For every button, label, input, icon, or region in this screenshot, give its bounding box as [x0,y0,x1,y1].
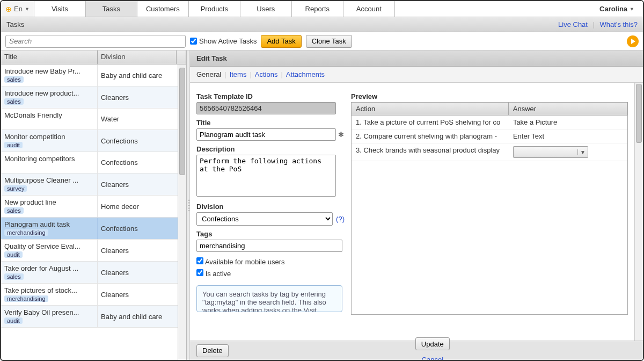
scrollbar-thumb[interactable] [636,84,642,143]
label-preview: Preview [351,92,628,100]
task-title: Monitor competition [4,133,94,141]
separator: | [281,70,282,78]
task-row[interactable]: New product linesalesHome decor [1,196,186,218]
nav-tab-products[interactable]: Products [189,1,240,17]
task-tag: sales [4,273,24,280]
show-active-input[interactable] [190,38,197,45]
page-title: Tasks [6,20,24,28]
cancel-link[interactable]: Cancel [422,356,443,361]
preview-row: 1. Take a picture of current PoS shelvin… [352,115,627,129]
preview-answer: Take a Picture [509,115,627,129]
task-row[interactable]: Monitor competitionauditConfections [1,130,186,152]
subtab-actions[interactable]: Actions [255,70,278,78]
task-tag: sales [4,207,24,214]
user-menu[interactable]: Carolina ▼ [599,1,643,17]
task-division: Cleaners [98,174,186,195]
task-title: McDonals Friendly [4,111,94,119]
answer-select[interactable]: ▼ [513,146,588,158]
hint-box: You can search tasks by tag by entering … [196,285,342,312]
tags-input[interactable] [196,240,342,252]
col-header-action[interactable]: Action [352,103,509,115]
col-header-answer[interactable]: Answer [509,103,627,115]
label-template-id: Task Template ID [196,92,345,100]
task-row[interactable]: Take pictures of stock...merchandisingCl… [1,284,186,306]
task-title: Quality of Service Eval... [4,242,94,250]
division-select[interactable]: Confections [196,212,333,226]
caret-down-icon: ▼ [630,6,634,12]
separator: | [593,20,595,28]
is-active-label: Is active [206,270,231,278]
task-row[interactable]: Quality of Service Eval...auditCleaners [1,240,186,262]
task-row[interactable]: Monitoring competitorsConfections [1,152,186,174]
description-input[interactable] [196,155,336,197]
task-row[interactable]: Introduce new product...salesCleaners [1,86,186,109]
preview-action: 2. Compare current shelving with planogr… [352,129,509,143]
task-title: Take pictures of stock... [4,286,94,294]
task-title: Introduce new product... [4,89,94,97]
is-active-checkbox[interactable]: Is active [196,269,345,278]
separator: | [250,70,251,78]
nav-tab-reports[interactable]: Reports [292,1,343,17]
label-tags: Tags [196,230,345,238]
user-name: Carolina [599,5,627,13]
available-mobile-checkbox[interactable]: Available for mobile users [196,257,345,266]
nav-tab-users[interactable]: Users [240,1,292,17]
preview-action: 1. Take a picture of current PoS shelvin… [352,115,509,129]
whats-this-link[interactable]: What's this? [600,20,638,28]
preview-answer[interactable]: ▼ [509,143,627,161]
scrollbar-thumb[interactable] [179,68,185,175]
nav-tab-customers[interactable]: Customers [137,1,189,17]
required-mark: ✱ [338,131,344,139]
language-switcher[interactable]: ⊕ En ▼ [1,1,34,17]
scrollbar[interactable] [178,64,186,360]
delete-button[interactable]: Delete [196,344,229,357]
nav-tab-account[interactable]: Account [343,1,395,17]
panel-title: Edit Task [190,50,643,67]
subtab-general[interactable]: General [196,70,221,78]
caret-down-icon: ▼ [25,6,30,12]
subtab-items[interactable]: Items [230,70,247,78]
task-row[interactable]: Take order for August ...salesCleaners [1,262,186,284]
show-active-checkbox[interactable]: Show Active Tasks [190,37,257,45]
task-title: Multipurpose Cleaner ... [4,176,94,184]
task-tag: sales [4,76,24,83]
nav-tab-visits[interactable]: Visits [34,1,86,17]
scroll-gutter [177,50,186,64]
clone-task-button[interactable]: Clone Task [306,35,352,48]
task-row[interactable]: Planogram audit taskmerchandisingConfect… [1,218,186,240]
division-help-link[interactable]: (?) [336,215,345,223]
available-mobile-label: Available for mobile users [205,258,285,266]
task-tag: audit [4,142,23,148]
task-division: Cleaners [98,284,186,305]
task-tag: audit [4,317,23,324]
search-input[interactable] [5,35,186,48]
scrollbar[interactable] [634,83,643,341]
task-division: Confections [98,218,186,239]
task-row[interactable]: Verify Baby Oil presen...auditBaby and c… [1,306,186,328]
task-division: Confections [98,130,186,151]
play-icon[interactable] [627,35,639,47]
task-row[interactable]: Introduce new Baby Pr...salesBaby and ch… [1,64,186,86]
col-header-division[interactable]: Division [98,50,177,64]
available-mobile-input[interactable] [196,257,203,264]
live-chat-link[interactable]: Live Chat [558,20,588,28]
subtab-attachments[interactable]: Attachments [286,70,325,78]
task-title: New product line [4,198,94,206]
preview-action: 3. Check brands with seasonal product di… [352,143,509,161]
language-label: En [14,5,23,13]
task-division: Water [98,109,186,129]
task-tag: survey [4,185,27,192]
separator: | [224,70,226,78]
label-division: Division [196,203,345,211]
add-task-button[interactable]: Add Task [261,35,301,48]
task-row[interactable]: Multipurpose Cleaner ...surveyCleaners [1,174,186,196]
task-division: Home decor [98,196,186,217]
is-active-input[interactable] [196,269,203,276]
task-tag: merchandising [4,229,48,236]
task-row[interactable]: McDonals FriendlyWater [1,109,186,130]
nav-tab-tasks[interactable]: Tasks [86,1,137,17]
task-tag: audit [4,251,23,258]
title-input[interactable] [196,128,336,141]
col-header-title[interactable]: Title [1,50,98,64]
task-division: Baby and child care [98,64,186,86]
